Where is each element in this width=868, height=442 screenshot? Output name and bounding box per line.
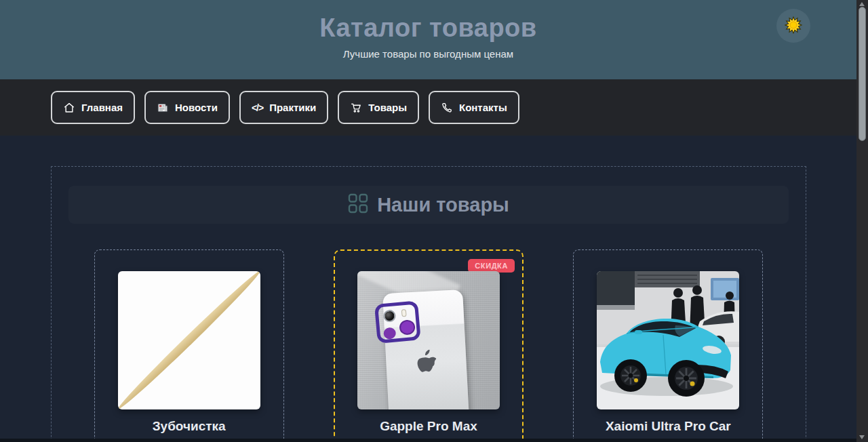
- car-showroom-graphic: [597, 271, 739, 409]
- nav-button-home[interactable]: Главная: [51, 91, 135, 124]
- main-navigation: Главная Новости </> Практики: [0, 79, 856, 136]
- drawn-circle-large: [399, 319, 416, 336]
- product-image-car: [597, 271, 739, 409]
- nav-label: Товары: [368, 102, 407, 113]
- product-card-car[interactable]: Xaiomi Ultra Pro Car: [573, 249, 763, 442]
- nav-label: Контакты: [459, 102, 507, 113]
- page-title: Каталог товаров: [0, 0, 856, 43]
- section-title: Наши товары: [377, 194, 509, 216]
- code-icon: </>: [252, 102, 263, 113]
- product-name: Xaiomi Ultra Pro Car: [574, 419, 762, 434]
- sun-icon: [785, 16, 802, 36]
- nav-button-practices[interactable]: </> Практики: [239, 91, 328, 124]
- drawn-circle-small: [383, 327, 396, 340]
- nav-button-contacts[interactable]: Контакты: [429, 91, 519, 124]
- products-section: Наши товары Зубочистка СКИДКА: [51, 166, 806, 442]
- theme-toggle-button[interactable]: [776, 9, 810, 43]
- apple-logo: [416, 349, 437, 378]
- toothpick-graphic: [118, 271, 260, 409]
- product-card-phone[interactable]: СКИДКА: [334, 249, 524, 442]
- cart-icon: [350, 102, 362, 114]
- scroll-up-arrow[interactable]: [859, 2, 865, 6]
- drawn-camera-square: [374, 300, 421, 343]
- phone-graphic: [382, 289, 469, 409]
- product-image-phone: [357, 271, 500, 409]
- nav-label: Практики: [269, 102, 316, 113]
- bottom-edge: [0, 439, 856, 442]
- grid-icon: [348, 193, 368, 216]
- scrollbar-thumb[interactable]: [859, 7, 866, 141]
- section-header: Наши товары: [68, 186, 789, 224]
- camera-lens: [383, 309, 397, 323]
- vertical-scrollbar[interactable]: [856, 0, 868, 442]
- page: Каталог товаров Лучшие товары по выгодны…: [0, 0, 868, 442]
- scroll-down-arrow[interactable]: [859, 435, 865, 439]
- main-content: Наши товары Зубочистка СКИДКА: [0, 136, 856, 442]
- discount-badge: СКИДКА: [468, 259, 515, 273]
- nav-label: Новости: [175, 102, 218, 113]
- product-grid: Зубочистка СКИДКА: [52, 249, 806, 442]
- phone-icon: [441, 102, 453, 114]
- page-subtitle: Лучшие товары по выгодным ценам: [0, 48, 856, 60]
- product-image-toothpick: [118, 271, 260, 409]
- newspaper-icon: [157, 102, 169, 114]
- nav-button-news[interactable]: Новости: [144, 91, 230, 124]
- header: Каталог товаров Лучшие товары по выгодны…: [0, 0, 856, 79]
- nav-label: Главная: [81, 102, 123, 113]
- camera-flash: [401, 309, 407, 317]
- home-icon: [63, 102, 75, 114]
- product-name: Gapple Pro Max: [335, 419, 522, 434]
- product-card-toothpick[interactable]: Зубочистка: [94, 249, 284, 442]
- nav-button-products[interactable]: Товары: [338, 91, 419, 124]
- product-name: Зубочистка: [95, 419, 283, 434]
